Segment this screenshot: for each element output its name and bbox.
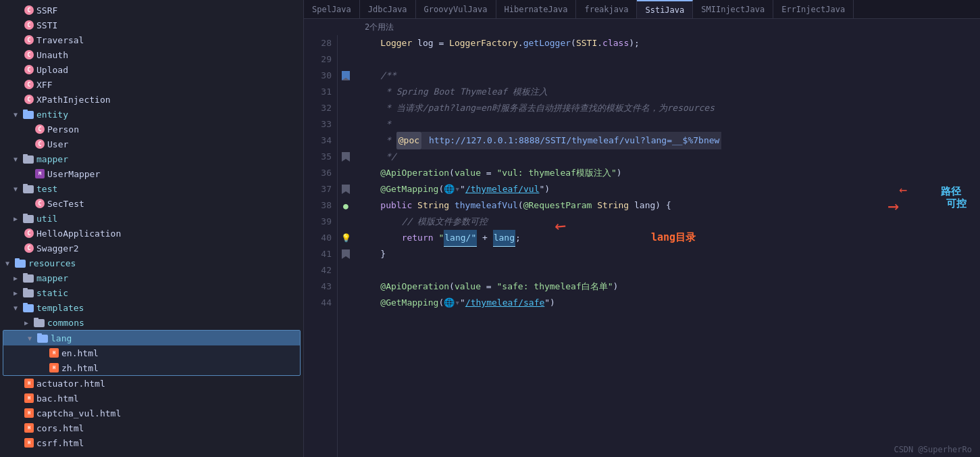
tree-label-captcha: captcha_vul.html (36, 408, 121, 418)
tree-item-static[interactable]: ▶ static (0, 285, 303, 300)
code-line-35: */ (359, 149, 975, 165)
arrow-commons: ▶ (24, 319, 32, 327)
tree-item-mapper2[interactable]: ▶ mapper (0, 270, 303, 285)
tree-label-commons: commons (47, 318, 84, 328)
tree-item-test[interactable]: ▼ test (0, 181, 303, 196)
folder-icon-lang (37, 333, 48, 343)
tree-item-resources[interactable]: ▼ resources (0, 256, 303, 270)
tree-label-mapper: mapper (36, 154, 68, 164)
tree-item-lang[interactable]: ▼ lang (3, 331, 300, 345)
arrow-lang: ▼ (28, 335, 36, 342)
tab-spel[interactable]: SpelJava (304, 0, 360, 18)
tree-item-usermapper[interactable]: M UserMapper (0, 166, 303, 181)
folder-icon-entity (23, 110, 34, 119)
tab-groovy[interactable]: GroovyVulJava (416, 0, 496, 18)
arrow-util: ▶ (14, 215, 22, 222)
tree-item-captcha-html[interactable]: H captcha_vul.html (0, 406, 303, 420)
svg-marker-24 (342, 249, 350, 259)
c-icon-unauth: C (24, 50, 34, 59)
arrow-resources: ▼ (5, 260, 14, 267)
code-line-39: // 模版文件参数可控 (359, 214, 975, 230)
folder-icon-resources (15, 258, 26, 268)
tree-label-upload: Upload (36, 65, 68, 75)
tree-item-user[interactable]: C User (0, 137, 303, 151)
tree-item-sectest[interactable]: C SecTest (0, 196, 303, 211)
c-icon-xpath: C (24, 95, 34, 104)
code-line-38: public String thymeleafVul(@RequestParam… (359, 197, 975, 214)
tab-freemarker[interactable]: freakjava (576, 0, 637, 18)
code-line-28: Logger log = LoggerFactory.getLogger(SST… (359, 35, 975, 51)
svg-rect-7 (23, 214, 28, 216)
tab-hibernate[interactable]: HibernateJava (496, 0, 577, 18)
html-icon-captcha: H (24, 408, 34, 418)
tab-jdbc[interactable]: JdbcJava (360, 0, 416, 18)
tree-item-bac-html[interactable]: H bac.html (0, 391, 303, 406)
bulb-icon-40[interactable]: 💡 (341, 233, 351, 243)
tree-label-ssti: SSTI (36, 20, 57, 30)
tree-item-zh-html[interactable]: H zh.html (3, 360, 300, 375)
callout-lang-dir: lang目录 (651, 231, 696, 244)
run-icon-38[interactable]: ● (343, 201, 349, 211)
tree-item-entity[interactable]: ▼ entity (0, 107, 303, 122)
tree-item-xpathinjection[interactable]: C XPathInjection (0, 92, 303, 107)
folder-icon-mapper2 (23, 273, 34, 283)
code-line-44: @GetMapping(🌐▾"/thymeleaf/safe") (359, 295, 975, 311)
tree-item-templates[interactable]: ▼ templates (0, 300, 303, 315)
tree-label-xff: XFF (36, 80, 52, 90)
svg-rect-17 (34, 318, 38, 320)
tab-errinject[interactable]: ErrInjectJava (773, 0, 854, 18)
tree-label-cors: cors.html (36, 423, 84, 433)
file-tree-sidebar: C SSRF C SSTI C Traversal C Unauth C Upl… (0, 0, 304, 457)
tree-item-util[interactable]: ▶ util (0, 211, 303, 226)
bookmark-icon-41 (341, 249, 351, 259)
tab-smiinject[interactable]: SMIInjectJava (693, 0, 773, 18)
c-icon-sectest: C (35, 199, 45, 208)
tree-item-person[interactable]: C Person (0, 122, 303, 137)
tree-label-traversal: Traversal (36, 35, 84, 45)
tree-item-csrf-html[interactable]: H csrf.html (0, 435, 303, 450)
code-line-29 (359, 51, 975, 68)
editor-tabs: SpelJava JdbcJava GroovyVulJava Hibernat… (304, 0, 980, 19)
folder-icon-util (23, 214, 34, 223)
tree-item-actuator-html[interactable]: H actuator.html (0, 376, 303, 391)
code-line-43: @ApiOperation(value = "safe: thymeleaf白名… (359, 279, 975, 295)
html-icon-actuator: H (24, 379, 34, 388)
tree-item-en-html[interactable]: H en.html (3, 345, 300, 360)
c-icon-xff: C (24, 80, 34, 89)
folder-icon-templates (23, 303, 34, 312)
code-line-34: * @poc http://127.0.0.1:8888/SSTI/thymel… (359, 133, 975, 149)
tree-label-resources: resources (28, 258, 76, 268)
code-line-33: * (359, 116, 975, 133)
arrow-mapper: ▼ (14, 155, 22, 163)
tree-item-traversal[interactable]: C Traversal (0, 32, 303, 47)
tree-label-swagger: Swagger2 (36, 243, 79, 254)
editor-body: 2个用法 28 29 30 31 32 33 34 35 36 37 38 39… (304, 19, 980, 457)
tree-label-person: Person (47, 124, 79, 135)
tree-item-commons[interactable]: ▶ commons (0, 315, 303, 330)
tree-item-unauth[interactable]: C Unauth (0, 47, 303, 62)
tree-label-unauth: Unauth (36, 50, 68, 60)
tab-ssti[interactable]: SstiJava (637, 0, 693, 18)
watermark: CSDN @SuperherRo (894, 445, 972, 454)
tree-item-xff[interactable]: C XFF (0, 77, 303, 92)
svg-rect-5 (23, 184, 28, 187)
code-line-42 (359, 262, 975, 279)
code-line-31: * Spring Boot Thymeleaf 模板注入 (359, 84, 975, 100)
file-tree-content[interactable]: C SSRF C SSTI C Traversal C Unauth C Upl… (0, 0, 303, 457)
folder-icon-test (23, 184, 34, 193)
tree-item-ssrf[interactable]: C SSRF (0, 3, 303, 18)
tree-label-sectest: SecTest (47, 199, 84, 209)
code-editor: SpelJava JdbcJava GroovyVulJava Hibernat… (304, 0, 980, 457)
tree-item-upload[interactable]: C Upload (0, 62, 303, 77)
tree-item-cors-html[interactable]: H cors.html (0, 420, 303, 435)
tree-label-ssrf: SSRF (36, 5, 57, 16)
tree-item-swagger2[interactable]: C Swagger2 (0, 241, 303, 256)
code-line-41: } (359, 246, 975, 262)
tree-item-helloapplication[interactable]: C HelloApplication (0, 226, 303, 241)
arrow-mapper2: ▶ (14, 274, 22, 282)
tree-label-entity: entity (36, 110, 68, 120)
code-content[interactable]: Logger log = LoggerFactory.getLogger(SST… (354, 35, 980, 457)
tree-label-util: util (36, 214, 57, 224)
tree-item-ssti[interactable]: C SSTI (0, 18, 303, 32)
tree-item-mapper[interactable]: ▼ mapper (0, 151, 303, 166)
